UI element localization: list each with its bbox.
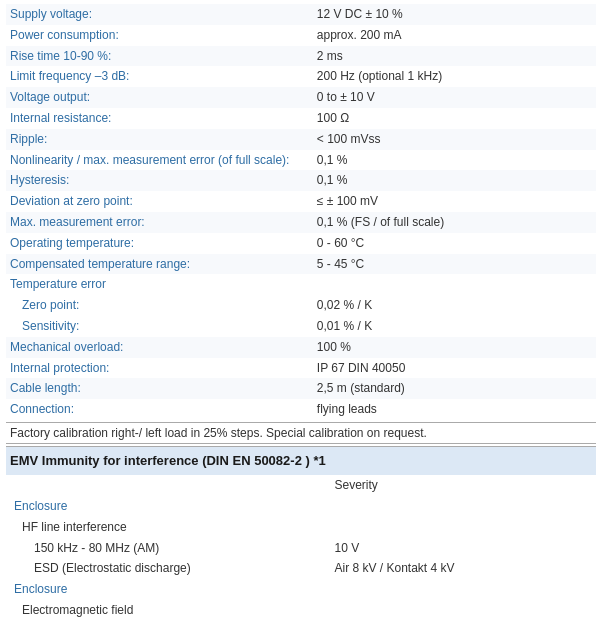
spec-row: Voltage output:0 to ± 10 V — [6, 87, 596, 108]
main-container: Supply voltage:12 V DC ± 10 %Power consu… — [0, 0, 602, 622]
spec-value: 0,1 % (FS / of full scale) — [313, 212, 596, 233]
emv-item-row: ESD (Electrostatic discharge)Air 8 kV / … — [6, 558, 596, 579]
emv-group-label: Enclosure — [6, 496, 596, 517]
emv-item-value — [331, 517, 597, 538]
spec-label: Operating temperature: — [6, 233, 313, 254]
spec-label: Cable length: — [6, 378, 313, 399]
emv-item-row: HF line interference — [6, 517, 596, 538]
emv-group-label-row: Enclosure — [6, 579, 596, 600]
spec-label: Limit frequency –3 dB: — [6, 66, 313, 87]
temp-row-label: Zero point: — [6, 295, 313, 316]
spec-table: Supply voltage:12 V DC ± 10 %Power consu… — [6, 4, 596, 420]
temp-row-value: 0,01 % / K — [313, 316, 596, 337]
temp-row-label: Sensitivity: — [6, 316, 313, 337]
spec-row: Internal protection:IP 67 DIN 40050 — [6, 358, 596, 379]
spec-row: Compensated temperature range:5 - 45 °C — [6, 254, 596, 275]
spec-label: Voltage output: — [6, 87, 313, 108]
spec-value: 0 to ± 10 V — [313, 87, 596, 108]
temp-error-header: Temperature error — [6, 274, 596, 295]
spec-row: Hysteresis:0,1 % — [6, 170, 596, 191]
spec-row: Connection:flying leads — [6, 399, 596, 420]
spec-row: Cable length:2,5 m (standard) — [6, 378, 596, 399]
spec-value: < 100 mVss — [313, 129, 596, 150]
spec-label: Power consumption: — [6, 25, 313, 46]
spec-value: 100 Ω — [313, 108, 596, 129]
spec-label: Deviation at zero point: — [6, 191, 313, 212]
spec-row: Power consumption:approx. 200 mA — [6, 25, 596, 46]
spec-value: 0,1 % — [313, 150, 596, 171]
temp-error-label: Temperature error — [6, 274, 596, 295]
emv-item-label: Electromagnetic field — [6, 600, 331, 621]
spec-value: 5 - 45 °C — [313, 254, 596, 275]
spec-label: Internal protection: — [6, 358, 313, 379]
spec-row: Nonlinearity / max. measurement error (o… — [6, 150, 596, 171]
emv-item-label: ESD (Electrostatic discharge) — [6, 558, 331, 579]
spec-row: Limit frequency –3 dB:200 Hz (optional 1… — [6, 66, 596, 87]
spec-value: 100 % — [313, 337, 596, 358]
emv-group-label-row: Enclosure — [6, 496, 596, 517]
spec-value: approx. 200 mA — [313, 25, 596, 46]
spec-value: flying leads — [313, 399, 596, 420]
spec-label: Nonlinearity / max. measurement error (o… — [6, 150, 313, 171]
spec-value: IP 67 DIN 40050 — [313, 358, 596, 379]
emv-item-row: Electromagnetic field — [6, 600, 596, 621]
spec-row: Supply voltage:12 V DC ± 10 % — [6, 4, 596, 25]
temp-error-row: Zero point:0,02 % / K — [6, 295, 596, 316]
emv-item-label: HF line interference — [6, 517, 331, 538]
emv-item-row: 150 kHz - 80 MHz (AM)10 V — [6, 538, 596, 559]
spec-label: Hysteresis: — [6, 170, 313, 191]
emv-item-label: 150 kHz - 80 MHz (AM) — [6, 538, 331, 559]
temp-row-value: 0,02 % / K — [313, 295, 596, 316]
emv-severity-header: Severity — [331, 475, 597, 496]
spec-value: 0,1 % — [313, 170, 596, 191]
spec-label: Internal resistance: — [6, 108, 313, 129]
emv-item-value: 10 V — [331, 538, 597, 559]
spec-value: 200 Hz (optional 1 kHz) — [313, 66, 596, 87]
emv-item-value: Air 8 kV / Kontakt 4 kV — [331, 558, 597, 579]
spec-value: ≤ ± 100 mV — [313, 191, 596, 212]
spec-row: Rise time 10-90 %:2 ms — [6, 46, 596, 67]
spec-row: Operating temperature:0 - 60 °C — [6, 233, 596, 254]
spec-label: Ripple: — [6, 129, 313, 150]
spec-value: 2,5 m (standard) — [313, 378, 596, 399]
emv-item-value — [331, 600, 597, 621]
spec-row: Mechanical overload:100 % — [6, 337, 596, 358]
emv-col1-header — [6, 475, 331, 496]
emv-col-header: Severity — [6, 475, 596, 496]
factory-note: Factory calibration right-/ left load in… — [10, 426, 427, 440]
spec-row: Deviation at zero point:≤ ± 100 mV — [6, 191, 596, 212]
spec-label: Supply voltage: — [6, 4, 313, 25]
spec-label: Connection: — [6, 399, 313, 420]
spec-label: Rise time 10-90 %: — [6, 46, 313, 67]
spec-value: 2 ms — [313, 46, 596, 67]
spec-row: Max. measurement error:0,1 % (FS / of fu… — [6, 212, 596, 233]
spec-label: Compensated temperature range: — [6, 254, 313, 275]
emv-title: EMV Immunity for interference (DIN EN 50… — [6, 446, 596, 475]
spec-value: 12 V DC ± 10 % — [313, 4, 596, 25]
emv-table: EMV Immunity for interference (DIN EN 50… — [6, 446, 596, 622]
spec-label: Max. measurement error: — [6, 212, 313, 233]
temp-error-row: Sensitivity:0,01 % / K — [6, 316, 596, 337]
emv-group-label: Enclosure — [6, 579, 596, 600]
spec-label: Mechanical overload: — [6, 337, 313, 358]
spec-value: 0 - 60 °C — [313, 233, 596, 254]
spec-row: Internal resistance:100 Ω — [6, 108, 596, 129]
spec-row: Ripple:< 100 mVss — [6, 129, 596, 150]
emv-section-header: EMV Immunity for interference (DIN EN 50… — [6, 446, 596, 475]
